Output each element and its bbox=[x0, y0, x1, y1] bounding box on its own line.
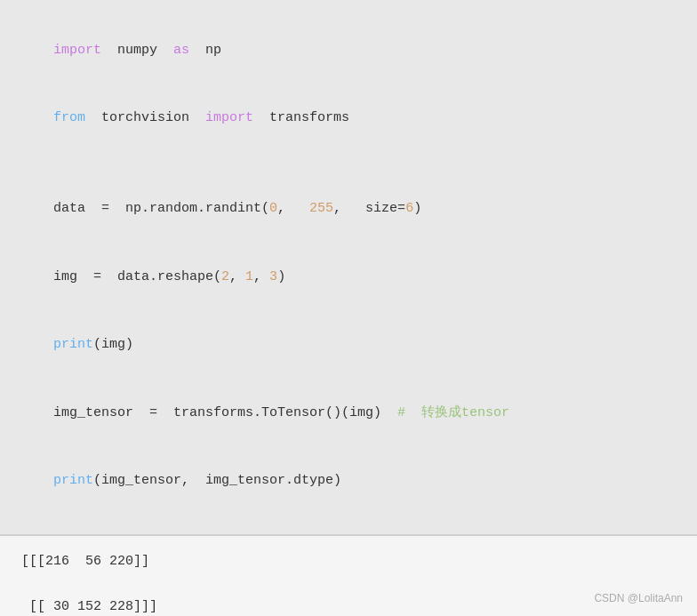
output-text: [[[216 56 220]] [[ 30 152 228]]] tensor(… bbox=[21, 550, 676, 616]
keyword-import: import bbox=[53, 43, 101, 58]
keyword-print2: print bbox=[53, 473, 93, 488]
code-line-1: import numpy as np bbox=[21, 16, 676, 84]
code-line-7: print(img_tensor, img_tensor.dtype) bbox=[21, 447, 676, 516]
keyword-as: as bbox=[173, 43, 189, 58]
output-section: [[[216 56 220]] [[ 30 152 228]]] tensor(… bbox=[0, 536, 697, 616]
code-line-6: img_tensor = transforms.ToTensor()(img) … bbox=[21, 379, 676, 447]
code-line-blank1 bbox=[21, 152, 676, 175]
code-line-4: img = data.reshape(2, 1, 3) bbox=[21, 243, 676, 311]
keyword-print1: print bbox=[53, 337, 93, 352]
keyword-import2: import bbox=[205, 110, 253, 125]
keyword-from: from bbox=[53, 110, 85, 125]
watermark: CSDN @LolitaAnn bbox=[594, 590, 683, 607]
code-section: import numpy as np from torchvision impo… bbox=[0, 0, 697, 536]
code-line-5: print(img) bbox=[21, 311, 676, 380]
comment-totensor: # 转换成tensor bbox=[397, 405, 509, 420]
code-line-2: from torchvision import transforms bbox=[21, 84, 676, 153]
code-line-3: data = np.random.randint(0, 255, size=6) bbox=[21, 175, 676, 244]
